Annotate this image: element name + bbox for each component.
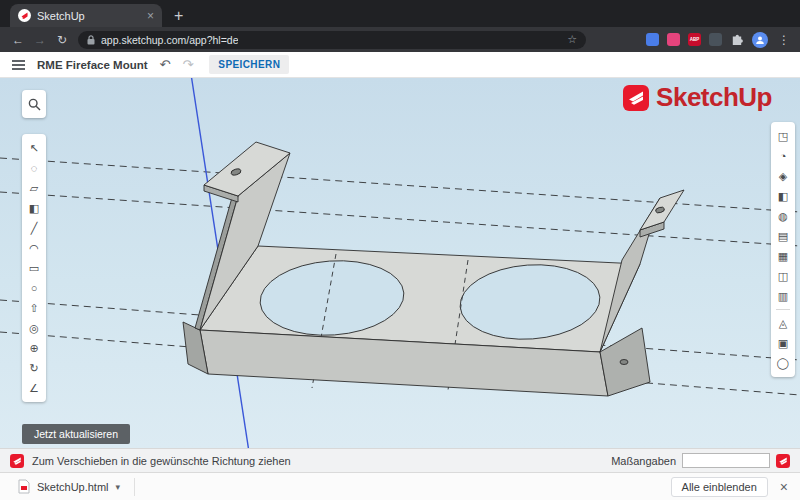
reload-button[interactable]: ↻: [52, 33, 72, 47]
browser-toolbar: ← → ↻ app.sketchup.com/app?hl=de ☆ ABP ⋮: [0, 27, 800, 52]
scenes-panel-button[interactable]: ▦: [771, 246, 795, 266]
move-tool[interactable]: ⊕: [22, 338, 46, 358]
status-bar: Zum Verschieben in die gewünschte Richtu…: [0, 448, 800, 472]
browser-tab[interactable]: SketchUp ×: [10, 4, 162, 27]
select-tool[interactable]: ↖: [22, 138, 46, 158]
styles-panel-button[interactable]: ◍: [771, 206, 795, 226]
profile-avatar[interactable]: [752, 32, 768, 48]
measurements-label: Maßangaben: [611, 455, 676, 467]
views-panel-button[interactable]: ▣: [771, 333, 795, 353]
update-now-button[interactable]: Jetzt aktualisieren: [22, 424, 130, 444]
downloads-close-icon[interactable]: ×: [780, 480, 788, 494]
download-file-name: SketchUp.html: [37, 481, 109, 493]
outliner-panel-button[interactable]: ▥: [771, 286, 795, 306]
forward-button[interactable]: →: [30, 33, 50, 47]
undo-button[interactable]: ↶: [160, 57, 171, 72]
extension-dark-icon[interactable]: [709, 33, 722, 46]
hamburger-menu-icon[interactable]: [12, 64, 25, 66]
browser-tab-strip: SketchUp × +: [0, 0, 800, 27]
tab-title: SketchUp: [37, 10, 85, 22]
panel-palette: ◳ ◔ ◈ ◧ ◍ ▤ ▦ ◫ ▥ ◬ ▣ ◯: [771, 122, 795, 377]
modeling-viewport[interactable]: ↖ ◌ ▱ ◧ ╱ ◠ ▭ ○ ⇧ ◎ ⊕ ↻ ∠ ◳ ◔ ◈ ◧ ◍ ▤ ▦ …: [0, 78, 800, 448]
save-button[interactable]: SPEICHERN: [209, 55, 289, 74]
arc-tool[interactable]: ◠: [22, 238, 46, 258]
extension-pink-icon[interactable]: [667, 33, 680, 46]
tool-palette: ↖ ◌ ▱ ◧ ╱ ◠ ▭ ○ ⇧ ◎ ⊕ ↻ ∠: [22, 134, 46, 402]
components-panel-button[interactable]: ◈: [771, 166, 795, 186]
eraser-tool[interactable]: ▱: [22, 178, 46, 198]
html-file-icon: [18, 479, 30, 494]
status-right-sketchup-icon[interactable]: [776, 454, 790, 468]
status-sketchup-icon[interactable]: [10, 454, 24, 468]
extension-abp-icon[interactable]: ABP: [688, 33, 701, 46]
status-hint-text: Zum Verschieben in die gewünschte Richtu…: [32, 455, 291, 467]
person-icon: [755, 35, 765, 45]
tags-panel-button[interactable]: ▤: [771, 226, 795, 246]
downloads-bar: SketchUp.html ▾ Alle einblenden ×: [0, 472, 800, 500]
push-pull-tool[interactable]: ⇧: [22, 298, 46, 318]
download-item[interactable]: SketchUp.html ▾: [8, 476, 130, 497]
display-panel-button[interactable]: ◫: [771, 266, 795, 286]
tape-measure-tool[interactable]: ∠: [22, 378, 46, 398]
show-all-downloads-button[interactable]: Alle einblenden: [671, 477, 768, 497]
search-palette[interactable]: [22, 90, 46, 118]
entity-info-panel-button[interactable]: ◳: [771, 126, 795, 146]
url-text: app.sketchup.com/app?hl=de: [101, 34, 238, 46]
lasso-tool[interactable]: ◌: [22, 158, 46, 178]
tab-favicon-sketchup-icon: [18, 9, 31, 22]
instructor-panel-button[interactable]: ◔: [771, 146, 795, 166]
circle-tool[interactable]: ○: [22, 278, 46, 298]
measurements-input[interactable]: [682, 453, 770, 468]
document-title: RME Fireface Mount: [37, 59, 148, 71]
guide-line-1[interactable]: [0, 158, 800, 212]
materials-panel-button[interactable]: ◧: [771, 186, 795, 206]
puzzle-extensions-icon[interactable]: [730, 33, 744, 47]
redo-button[interactable]: ↷: [182, 57, 193, 72]
extensions-area: ABP ⋮: [646, 32, 792, 48]
sketchup-logo: SketchUp: [623, 82, 772, 113]
soften-edges-panel-button[interactable]: ◯: [771, 353, 795, 373]
rotate-tool[interactable]: ↻: [22, 358, 46, 378]
offset-tool[interactable]: ◎: [22, 318, 46, 338]
downloads-divider: [134, 478, 135, 496]
address-bar[interactable]: app.sketchup.com/app?hl=de ☆: [78, 31, 586, 49]
bookmark-star-icon[interactable]: ☆: [567, 33, 577, 46]
solid-tools-panel-button[interactable]: ◬: [771, 313, 795, 333]
rectangle-tool[interactable]: ▭: [22, 258, 46, 278]
downloads-actions: Alle einblenden ×: [671, 477, 792, 497]
measurements-area: Maßangaben: [611, 453, 790, 468]
sketchup-header: RME Fireface Mount ↶ ↷ SPEICHERN: [0, 52, 800, 78]
lock-icon: [87, 35, 95, 45]
sketchup-wordmark: SketchUp: [656, 82, 772, 113]
browser-menu-icon[interactable]: ⋮: [778, 33, 790, 47]
back-button[interactable]: ←: [8, 33, 28, 47]
download-caret-icon[interactable]: ▾: [116, 482, 121, 492]
extension-blue-icon[interactable]: [646, 33, 659, 46]
scene-3d[interactable]: [0, 78, 800, 448]
paint-bucket-tool[interactable]: ◧: [22, 198, 46, 218]
bracket-right-small-hole[interactable]: [620, 360, 628, 365]
line-tool[interactable]: ╱: [22, 218, 46, 238]
palette-divider: [776, 309, 790, 310]
sketchup-logo-icon: [623, 85, 649, 111]
search-icon[interactable]: [28, 98, 41, 111]
tab-close-icon[interactable]: ×: [147, 10, 154, 22]
guide-line-2[interactable]: [0, 192, 800, 246]
bracket-model[interactable]: [183, 142, 684, 396]
new-tab-button[interactable]: +: [174, 8, 183, 24]
